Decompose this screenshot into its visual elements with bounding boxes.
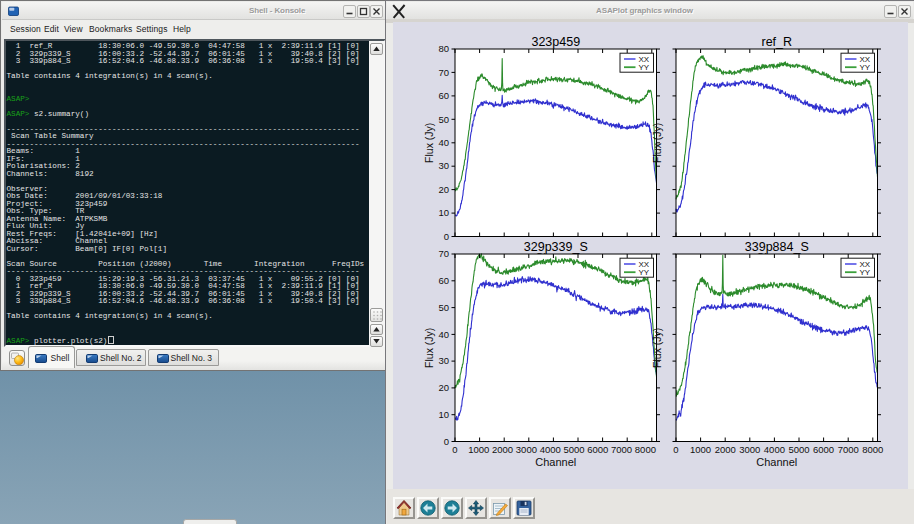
svg-text:5000: 5000	[563, 444, 584, 455]
svg-text:YY: YY	[860, 63, 871, 72]
svg-text:2000: 2000	[492, 444, 513, 455]
svg-text:YY: YY	[639, 268, 650, 277]
svg-text:Flux (Jy): Flux (Jy)	[423, 123, 435, 163]
svg-text:Flux (Jy): Flux (Jy)	[651, 328, 663, 368]
svg-text:YY: YY	[639, 63, 650, 72]
svg-text:7000: 7000	[838, 444, 859, 455]
svg-text:20: 20	[438, 382, 449, 393]
svg-text:80: 80	[438, 43, 449, 54]
svg-text:70: 70	[438, 67, 449, 78]
svg-text:YY: YY	[860, 268, 871, 277]
svg-text:Flux (Jy): Flux (Jy)	[651, 123, 663, 163]
svg-text:Channel: Channel	[535, 456, 576, 468]
svg-text:60: 60	[438, 90, 449, 101]
svg-text:50: 50	[438, 302, 449, 313]
svg-text:ref_R: ref_R	[762, 35, 793, 49]
svg-text:60: 60	[438, 275, 449, 286]
svg-text:6000: 6000	[587, 444, 608, 455]
svg-text:329p339_S: 329p339_S	[524, 240, 588, 254]
svg-text:0: 0	[444, 231, 449, 242]
svg-text:3000: 3000	[516, 444, 537, 455]
svg-text:1000: 1000	[468, 444, 489, 455]
svg-text:339p884_S: 339p884_S	[745, 240, 809, 254]
svg-text:1000: 1000	[690, 444, 711, 455]
svg-text:7000: 7000	[611, 444, 632, 455]
svg-text:0: 0	[673, 444, 678, 455]
svg-text:40: 40	[438, 329, 449, 340]
svg-text:8000: 8000	[635, 444, 656, 455]
svg-text:4000: 4000	[764, 444, 785, 455]
svg-text:20: 20	[438, 184, 449, 195]
svg-text:30: 30	[438, 355, 449, 366]
svg-text:3000: 3000	[739, 444, 760, 455]
svg-text:30: 30	[438, 160, 449, 171]
svg-text:8000: 8000	[862, 444, 883, 455]
svg-text:5000: 5000	[788, 444, 809, 455]
svg-text:Channel: Channel	[756, 456, 797, 468]
svg-text:6000: 6000	[813, 444, 834, 455]
svg-text:4000: 4000	[540, 444, 561, 455]
svg-text:323p459: 323p459	[531, 35, 580, 49]
svg-text:0: 0	[444, 436, 449, 447]
svg-text:10: 10	[438, 207, 449, 218]
svg-text:10: 10	[438, 409, 449, 420]
svg-text:50: 50	[438, 114, 449, 125]
svg-text:70: 70	[438, 248, 449, 259]
svg-text:0: 0	[452, 444, 457, 455]
svg-text:Flux (Jy): Flux (Jy)	[423, 328, 435, 368]
svg-text:40: 40	[438, 137, 449, 148]
svg-text:2000: 2000	[715, 444, 736, 455]
